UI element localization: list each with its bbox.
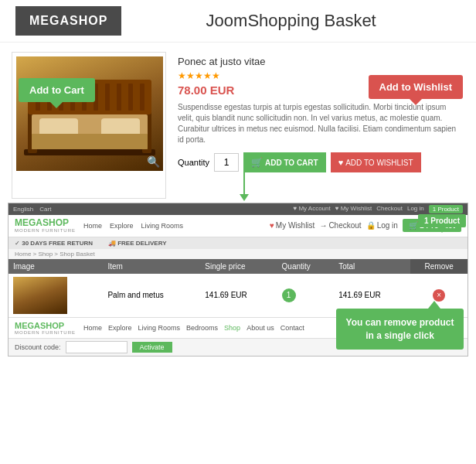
add-to-cart-callout: Add to Cart [19,78,95,102]
shop-navbar: MEGASHOP MODERN FURNITURE Home Explore L… [8,215,468,237]
col-quantity: Quantity [277,259,335,274]
product-title: Ponec at justo vitae [178,56,461,67]
footer-nav-home[interactable]: Home [83,324,102,332]
product-image: 🔍 [16,56,163,171]
topbar-login[interactable]: Log in [407,205,424,213]
quantity-input[interactable] [214,153,239,172]
activate-button[interactable]: Activate [132,342,172,353]
col-image: Image [8,259,103,274]
nav-home[interactable]: Home [83,222,102,230]
svg-rect-17 [32,134,148,149]
add-to-cart-button[interactable]: 🛒 ADD TO CART [243,152,326,172]
cart-item-image-cell [8,274,103,317]
shop-logo-sub: MODERN FURNITURE [15,228,76,234]
footer-nav-about[interactable]: About us [246,324,274,332]
footer-nav-items: Home Explore Living Rooms Bedrooms Shop … [83,324,304,332]
page-title: JoomShopping Basket [121,11,461,31]
product-description: Suspendisse egestas turpis at turpis ege… [178,102,461,145]
mini-topbar: English Cart ♥ My Account ♥ My Wishlist … [8,203,468,215]
svg-rect-13 [140,84,144,111]
topbar-mywishlist[interactable]: ♥ My Wishlist [335,205,372,213]
topbar-cart[interactable]: Cart [39,206,51,213]
product-callout: 1 Product [418,214,466,227]
topbar-checkout[interactable]: Checkout [376,205,403,213]
nav-login[interactable]: 🔒 Log in [366,221,398,230]
cart-item-qty: 1 [277,274,335,317]
svg-rect-10 [105,84,110,111]
nav-wishlist[interactable]: ♥ My Wishlist [270,221,315,230]
topbar-english[interactable]: English [13,206,33,213]
col-single-price: Single price [200,259,277,274]
col-item: Item [103,259,200,274]
nav-checkout[interactable]: → Checkout [319,221,361,230]
shop-screenshot: 1 Product English Cart ♥ My Account ♥ My… [8,203,468,357]
add-to-wishlist-callout: Add to Wishlist [369,75,464,99]
footer-nav-explore[interactable]: Explore [108,324,132,332]
svg-rect-12 [128,84,133,111]
svg-rect-11 [117,84,121,111]
cart-item-name: Palm and metus [103,274,200,317]
nav-explore[interactable]: Explore [110,222,134,230]
add-to-wishlist-button[interactable]: ♥ ADD TO WISHLIST [331,152,421,172]
shop-logo: MEGASHOP MODERN FURNITURE [15,218,76,234]
footer-nav-shop[interactable]: Shop [224,324,240,332]
footer-nav-bedrooms[interactable]: Bedrooms [186,324,218,332]
free-delivery: 🚚 FREE DELIVERY [108,240,167,247]
topbar-myaccount[interactable]: ♥ My Account [293,205,330,213]
cart-arrow [243,160,245,195]
free-return: ✓ 30 DAYS FREE RETURN [15,240,93,247]
discount-label: Discount code: [15,343,61,351]
footer-nav-contact[interactable]: Contact [280,324,304,332]
shop-nav: Home Explore Living Rooms [83,222,262,230]
footer-logo: MEGASHOP MODERN FURNITURE [15,321,76,336]
quantity-label: Quantity [178,158,209,167]
shop-logo-name: MEGASHOP [15,218,76,228]
delivery-bar: ✓ 30 DAYS FREE RETURN 🚚 FREE DELIVERY [8,237,468,249]
bed-illustration [16,56,163,171]
svg-rect-0 [24,149,155,155]
breadcrumb: Home > Shop > Shop Basket [8,249,468,259]
col-remove: Remove [410,259,468,274]
header: MEGASHOP JoomShopping Basket [0,0,476,43]
discount-input[interactable] [66,341,128,353]
remove-button[interactable]: × [433,289,445,302]
product-info: Add to Wishlist Ponec at justo vitae ★★★… [174,52,464,199]
remove-product-callout: You can remove product in a single click [336,309,464,350]
product-card: Add to Cart [12,52,166,199]
zoom-icon[interactable]: 🔍 [147,155,160,168]
nav-living-rooms[interactable]: Living Rooms [141,222,184,230]
topbar-product-badge[interactable]: 1 Product [429,205,463,213]
footer-nav-living[interactable]: Living Rooms [138,324,181,332]
col-total: Total [334,259,410,274]
brand-logo: MEGASHOP [15,6,121,36]
qty-badge: 1 [282,288,296,302]
cart-item-price: 141.69 EUR [200,274,277,317]
cart-item-image [13,277,67,314]
